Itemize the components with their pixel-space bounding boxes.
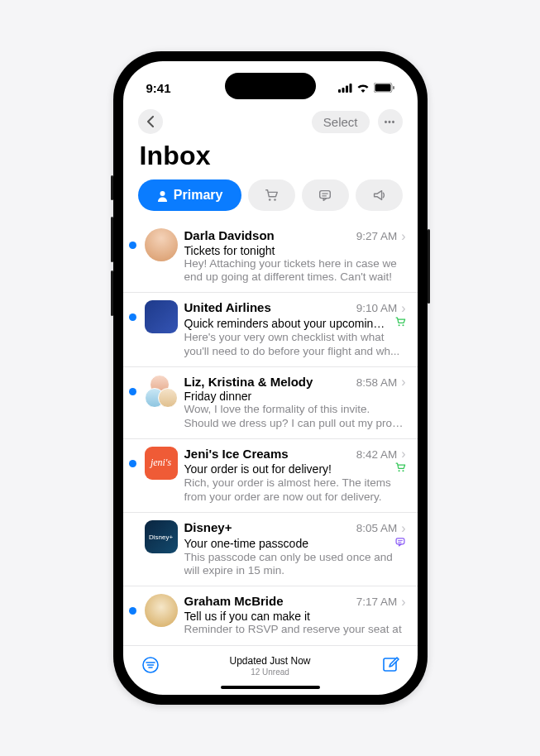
category-row: Primary <box>123 179 418 221</box>
message-sender: Jeni's Ice Creams <box>184 447 289 461</box>
cart-tag-icon <box>394 316 406 331</box>
message-subject: Tell us if you can make it <box>184 610 406 623</box>
filter-button[interactable] <box>141 656 160 677</box>
svg-point-8 <box>269 199 271 201</box>
message-preview: Here's your very own checklist with what… <box>184 331 406 359</box>
megaphone-icon <box>371 188 386 203</box>
message-body: Jeni's Ice Creams8:42 AM›Your order is o… <box>184 447 406 505</box>
message-subject: Friday dinner <box>184 390 406 403</box>
category-primary[interactable]: Primary <box>138 179 241 211</box>
svg-rect-5 <box>375 84 390 91</box>
message-time: 8:42 AM <box>356 448 398 461</box>
svg-rect-6 <box>393 86 394 89</box>
more-button[interactable]: ••• <box>378 109 403 134</box>
message-time: 9:27 AM <box>356 230 398 242</box>
message-subject: Tickets for tonight <box>184 244 406 257</box>
svg-rect-10 <box>320 191 331 199</box>
message-body: Disney+8:05 AM›Your one-time passcodeThi… <box>184 520 406 578</box>
category-promotions[interactable] <box>356 179 403 211</box>
dynamic-island <box>225 73 316 99</box>
message-list[interactable]: Darla Davidson9:27 AM›Tickets for tonigh… <box>123 221 418 645</box>
phone-power-button <box>428 229 430 304</box>
message-sender: United Airlines <box>184 300 271 314</box>
back-button[interactable] <box>138 109 163 134</box>
message-preview: Hey! Attaching your tickets here in case… <box>184 257 406 285</box>
message-row[interactable]: jeni'sJeni's Ice Creams8:42 AM›Your orde… <box>123 439 418 513</box>
avatar: jeni's <box>145 447 178 480</box>
bottom-toolbar: Updated Just Now 12 Unread <box>123 645 418 695</box>
message-preview: Wow, I love the formality of this invite… <box>184 403 406 431</box>
avatar <box>145 375 178 408</box>
unread-indicator <box>128 447 138 505</box>
category-transactions[interactable] <box>248 179 295 211</box>
chevron-left-icon <box>146 116 154 127</box>
page-title: Inbox <box>123 141 418 179</box>
nav-row: Select ••• <box>123 106 418 141</box>
chevron-right-icon: › <box>401 595 405 610</box>
select-button[interactable]: Select <box>312 111 370 133</box>
svg-rect-0 <box>338 89 341 93</box>
message-row[interactable]: United Airlines9:10 AM›Quick reminders a… <box>123 293 418 366</box>
person-icon <box>156 189 169 202</box>
chevron-right-icon: › <box>401 375 405 390</box>
message-sender: Graham McBride <box>184 594 284 608</box>
sync-status: Updated Just Now 12 Unread <box>229 655 310 677</box>
unread-indicator <box>128 594 138 636</box>
home-indicator[interactable] <box>221 686 320 689</box>
ellipsis-icon: ••• <box>385 117 396 127</box>
message-preview: Reminder to RSVP and reserve your seat a… <box>184 623 406 637</box>
unread-indicator <box>128 300 138 358</box>
cellular-icon <box>338 81 352 95</box>
message-row[interactable]: Darla Davidson9:27 AM›Tickets for tonigh… <box>123 221 418 293</box>
compose-button[interactable] <box>381 656 399 677</box>
wifi-icon <box>356 81 370 95</box>
message-subject: Your order is out for delivery! <box>184 462 389 476</box>
phone-volume-down <box>111 270 113 316</box>
unread-count: 12 Unread <box>229 667 310 677</box>
message-body: United Airlines9:10 AM›Quick reminders a… <box>184 300 406 358</box>
chevron-right-icon: › <box>401 521 405 536</box>
unread-indicator <box>128 375 138 431</box>
svg-rect-1 <box>342 88 344 93</box>
unread-indicator <box>128 520 138 578</box>
filter-icon <box>141 656 160 674</box>
avatar <box>145 228 178 261</box>
message-preview: This passcode can only be used once and … <box>184 551 406 579</box>
message-time: 8:58 AM <box>356 376 398 389</box>
chevron-right-icon: › <box>401 229 405 244</box>
avatar <box>145 300 178 333</box>
cart-tag-icon <box>394 462 406 476</box>
message-sender: Disney+ <box>184 520 232 534</box>
avatar <box>145 594 178 627</box>
message-body: Graham McBride7:17 AM›Tell us if you can… <box>184 594 406 636</box>
avatar: Disney+ <box>145 520 178 553</box>
compose-icon <box>381 656 399 674</box>
cart-icon <box>264 188 279 203</box>
message-body: Darla Davidson9:27 AM›Tickets for tonigh… <box>184 228 406 285</box>
message-row[interactable]: Graham McBride7:17 AM›Tell us if you can… <box>123 586 418 644</box>
category-updates[interactable] <box>302 179 349 211</box>
screen: 9:41 Select ••• <box>123 61 418 695</box>
message-time: 7:17 AM <box>356 596 398 608</box>
message-row[interactable]: Disney+Disney+8:05 AM›Your one-time pass… <box>123 513 418 586</box>
sync-status-text: Updated Just Now <box>229 655 310 667</box>
chevron-right-icon: › <box>401 447 405 462</box>
chat-tag-icon <box>394 536 406 551</box>
phone-side-button <box>111 175 113 200</box>
message-preview: Rich, your order is almost here. The ite… <box>184 476 406 505</box>
svg-rect-2 <box>346 85 348 93</box>
phone-volume-up <box>111 217 113 262</box>
unread-indicator <box>128 228 138 285</box>
message-sender: Darla Davidson <box>184 228 275 242</box>
category-primary-label: Primary <box>174 188 223 203</box>
message-time: 9:10 AM <box>356 302 398 314</box>
message-row[interactable]: Liz, Kristina & Melody8:58 AM›Friday din… <box>123 367 418 439</box>
svg-point-9 <box>274 199 276 201</box>
svg-point-13 <box>398 324 399 326</box>
svg-point-16 <box>402 470 404 471</box>
svg-rect-3 <box>349 84 351 93</box>
phone-frame: 9:41 Select ••• <box>113 51 428 705</box>
svg-point-7 <box>160 191 165 196</box>
chevron-right-icon: › <box>401 301 405 316</box>
message-body: Liz, Kristina & Melody8:58 AM›Friday din… <box>184 375 406 431</box>
